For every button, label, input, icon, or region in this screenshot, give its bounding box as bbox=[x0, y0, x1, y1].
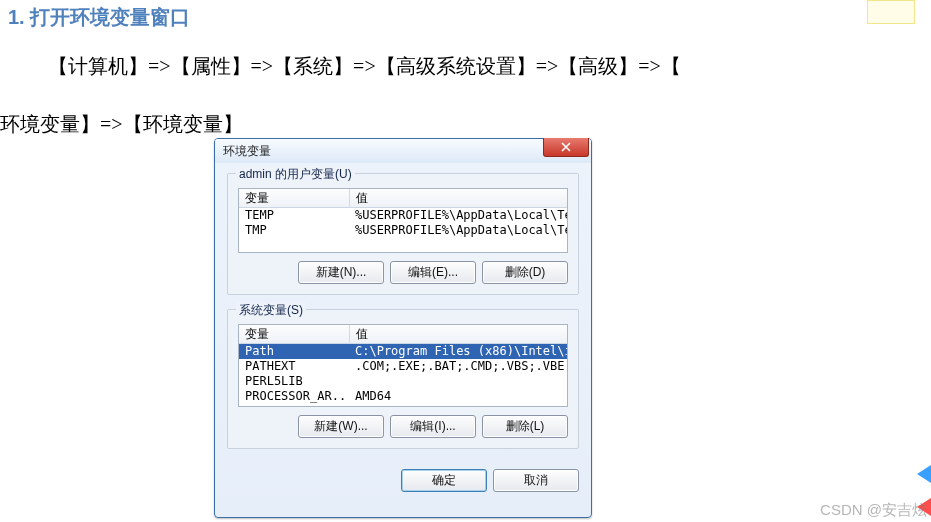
dialog-titlebar[interactable]: 环境变量 bbox=[215, 139, 591, 163]
highlight-marker bbox=[867, 0, 915, 24]
dialog-title: 环境变量 bbox=[223, 143, 271, 160]
system-vars-label: 系统变量(S) bbox=[236, 302, 306, 319]
section-heading: 1. 打开环境变量窗口 bbox=[0, 0, 931, 31]
list-item[interactable]: PERL5LIB bbox=[239, 374, 567, 389]
user-vars-list[interactable]: 变量 值 TEMP %USERPROFILE%\AppData\Local\Te… bbox=[238, 188, 568, 253]
system-vars-list[interactable]: 变量 值 Path C:\Program Files (x86)\Intel\i… bbox=[238, 324, 568, 407]
system-vars-group: 系统变量(S) 变量 值 Path C:\Program Files (x86)… bbox=[227, 309, 579, 449]
nav-path-line-2: 环境变量】=>【环境变量】 bbox=[0, 107, 931, 141]
sys-new-button[interactable]: 新建(W)... bbox=[298, 415, 384, 438]
list-item[interactable]: PROCESSOR_AR... AMD64 bbox=[239, 389, 567, 404]
col-value[interactable]: 值 bbox=[350, 325, 567, 343]
col-value[interactable]: 值 bbox=[350, 189, 567, 207]
sys-edit-button[interactable]: 编辑(I)... bbox=[390, 415, 476, 438]
user-new-button[interactable]: 新建(N)... bbox=[298, 261, 384, 284]
close-button[interactable] bbox=[543, 138, 589, 157]
col-name[interactable]: 变量 bbox=[239, 325, 350, 343]
user-edit-button[interactable]: 编辑(E)... bbox=[390, 261, 476, 284]
side-tab-blue-icon[interactable] bbox=[917, 465, 931, 483]
col-name[interactable]: 变量 bbox=[239, 189, 350, 207]
list-item[interactable]: PATHEXT .COM;.EXE;.BAT;.CMD;.VBS;.VBE;..… bbox=[239, 359, 567, 374]
env-vars-dialog: 环境变量 admin 的用户变量(U) 变量 值 TEMP %USERPROFI… bbox=[214, 138, 592, 518]
watermark: CSDN @安吉炫 bbox=[820, 501, 927, 520]
user-delete-button[interactable]: 删除(D) bbox=[482, 261, 568, 284]
user-vars-label: admin 的用户变量(U) bbox=[236, 166, 355, 183]
close-icon bbox=[561, 142, 571, 152]
nav-path-line-1: 【计算机】=>【属性】=>【系统】=>【高级系统设置】=>【高级】=>【 bbox=[0, 49, 931, 83]
list-item[interactable]: TEMP %USERPROFILE%\AppData\Local\Temp bbox=[239, 208, 567, 223]
list-header: 变量 值 bbox=[239, 325, 567, 344]
sys-delete-button[interactable]: 删除(L) bbox=[482, 415, 568, 438]
dialog-footer: 确定 取消 bbox=[215, 469, 591, 502]
list-item[interactable]: Path C:\Program Files (x86)\Intel\iC... bbox=[239, 344, 567, 359]
ok-button[interactable]: 确定 bbox=[401, 469, 487, 492]
list-item[interactable]: TMP %USERPROFILE%\AppData\Local\Temp bbox=[239, 223, 567, 238]
list-header: 变量 值 bbox=[239, 189, 567, 208]
user-vars-group: admin 的用户变量(U) 变量 值 TEMP %USERPROFILE%\A… bbox=[227, 173, 579, 295]
cancel-button[interactable]: 取消 bbox=[493, 469, 579, 492]
